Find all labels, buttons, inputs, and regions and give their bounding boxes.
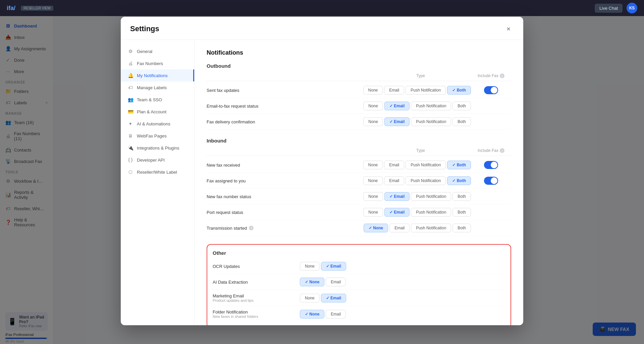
email-to-fax-push-btn[interactable]: Push Notification xyxy=(411,102,451,110)
fax-assigned-toggle-container xyxy=(471,177,511,185)
settings-nav-ai-automations[interactable]: ✦ AI & Automations xyxy=(121,118,194,130)
modal-header: Settings × xyxy=(121,17,523,40)
folder-notification-buttons: None Email xyxy=(300,310,346,319)
developer-api-icon: {} xyxy=(127,157,133,163)
transmission-started-both-btn[interactable]: Both xyxy=(452,224,471,232)
modal-close-button[interactable]: × xyxy=(503,23,514,34)
port-request-email-btn[interactable]: Email xyxy=(384,208,410,217)
fax-assigned-email-btn[interactable]: Email xyxy=(384,176,404,185)
fax-assigned-both-btn[interactable]: Both xyxy=(447,176,471,185)
inbound-section: Inbound Type Include Fax i New fax recei… xyxy=(207,138,511,236)
new-fax-number-status-buttons: None Email Push Notification Both xyxy=(363,192,471,201)
settings-nav-team-sso[interactable]: 👥 Team & SSO xyxy=(121,94,194,106)
email-to-fax-both-btn[interactable]: Both xyxy=(452,102,471,110)
outbound-section: Outbound Type Include Fax i Sent fax upd… xyxy=(207,63,511,130)
new-fax-received-push-btn[interactable]: Push Notification xyxy=(406,161,446,169)
other-row-ocr-updates: OCR Updates None Email xyxy=(213,259,505,274)
settings-nav-plan-account[interactable]: 💳 Plan & Account xyxy=(121,106,194,118)
settings-nav-manage-labels[interactable]: 🏷 Manage Labels xyxy=(121,81,194,94)
sent-fax-push-btn[interactable]: Push Notification xyxy=(406,86,446,95)
ocr-updates-none-btn[interactable]: None xyxy=(300,262,320,271)
fax-assigned-push-btn[interactable]: Push Notification xyxy=(406,176,446,185)
user-avatar[interactable]: KS xyxy=(627,3,637,13)
fax-delivery-both-btn[interactable]: Both xyxy=(452,117,471,126)
settings-nav-reseller-white[interactable]: ⬡ Reseller/White Label xyxy=(121,166,194,178)
fax-assigned-buttons: None Email Push Notification Both xyxy=(363,176,471,185)
new-fax-received-email-btn[interactable]: Email xyxy=(384,161,404,169)
marketing-email-email-btn[interactable]: Email xyxy=(321,294,346,302)
new-fax-number-none-btn[interactable]: None xyxy=(363,192,383,201)
sent-fax-email-btn[interactable]: Email xyxy=(384,86,404,95)
new-fax-received-none-btn[interactable]: None xyxy=(363,161,383,169)
port-request-push-btn[interactable]: Push Notification xyxy=(411,208,451,217)
ai-data-extraction-label: AI Data Extraction xyxy=(213,280,280,285)
live-chat-button[interactable]: Live Chat xyxy=(595,4,623,13)
settings-nav-fax-numbers[interactable]: 🖨 Fax Numbers xyxy=(121,57,194,69)
reseller-badge: RESELLER VIEW xyxy=(21,6,53,11)
fax-delivery-buttons: None Email Push Notification Both xyxy=(363,117,471,126)
notif-row-new-fax-received: New fax received None Email Push Notific… xyxy=(207,157,511,173)
include-fax-info-icon[interactable]: i xyxy=(500,73,504,78)
integrations-icon: 🔌 xyxy=(127,145,133,151)
fax-assigned-label: Fax assigned to you xyxy=(207,178,280,183)
email-to-fax-email-btn[interactable]: Email xyxy=(384,102,410,110)
ocr-updates-label: OCR Updates xyxy=(213,264,280,269)
email-to-fax-buttons: None Email Push Notification Both xyxy=(363,102,471,110)
settings-nav: ⚙ General 🖨 Fax Numbers 🔔 My Notificatio… xyxy=(121,40,195,325)
ai-data-extraction-buttons: None Email xyxy=(300,278,346,286)
port-request-both-btn[interactable]: Both xyxy=(452,208,471,217)
ocr-updates-email-btn[interactable]: Email xyxy=(321,262,346,271)
topbar-right: Live Chat KS xyxy=(595,3,637,13)
transmission-started-email-btn[interactable]: Email xyxy=(389,224,410,232)
notifications-title: Notifications xyxy=(207,49,511,56)
other-label: Other xyxy=(213,250,505,256)
new-fax-received-buttons: None Email Push Notification Both xyxy=(363,161,471,169)
transmission-started-info-icon[interactable]: i xyxy=(249,226,254,230)
fax-assigned-toggle-knob xyxy=(491,177,497,184)
port-request-none-btn[interactable]: None xyxy=(363,208,383,217)
folder-notification-email-btn[interactable]: Email xyxy=(326,310,346,319)
include-fax-info-icon-inbound[interactable]: i xyxy=(500,148,504,153)
webfax-pages-icon: 🖥 xyxy=(127,133,133,138)
other-section: Other OCR Updates None Email AI Data Ext… xyxy=(207,244,511,325)
new-fax-received-label: New fax received xyxy=(207,163,280,168)
topbar: ifa/ RESELLER VIEW Live Chat KS xyxy=(0,0,644,16)
sent-fax-toggle[interactable] xyxy=(484,86,498,94)
inbound-header: Type Include Fax i xyxy=(207,148,511,156)
email-to-fax-none-btn[interactable]: None xyxy=(363,102,383,110)
fax-numbers-settings-icon: 🖨 xyxy=(127,61,133,66)
new-fax-number-push-btn[interactable]: Push Notification xyxy=(411,192,451,201)
settings-nav-general[interactable]: ⚙ General xyxy=(121,45,194,57)
new-fax-number-email-btn[interactable]: Email xyxy=(384,192,410,201)
notif-row-email-to-fax: Email-to-fax request status None Email P… xyxy=(207,98,511,114)
settings-nav-integrations[interactable]: 🔌 Integrations & Plugins xyxy=(121,142,194,154)
ai-data-extraction-none-btn[interactable]: None xyxy=(300,278,324,286)
other-row-ai-data-extraction: AI Data Extraction None Email xyxy=(213,274,505,290)
fax-delivery-none-btn[interactable]: None xyxy=(363,117,383,126)
sent-fax-both-btn[interactable]: Both xyxy=(447,86,471,95)
topbar-logo: ifa/ xyxy=(7,5,15,12)
sent-fax-none-btn[interactable]: None xyxy=(363,86,383,95)
include-fax-label-outbound: Include Fax i xyxy=(471,73,511,78)
folder-notification-sublabel: New faxes in shared folders xyxy=(213,314,280,319)
fax-delivery-email-btn[interactable]: Email xyxy=(384,117,410,126)
marketing-email-none-btn[interactable]: None xyxy=(300,294,320,302)
new-fax-received-toggle[interactable] xyxy=(484,161,498,169)
settings-nav-developer-api[interactable]: {} Developer API xyxy=(121,154,194,166)
fax-assigned-toggle[interactable] xyxy=(484,177,498,185)
settings-nav-my-notifications[interactable]: 🔔 My Notifications xyxy=(121,69,194,81)
transmission-started-push-btn[interactable]: Push Notification xyxy=(411,224,451,232)
other-row-marketing-email: Marketing Email Product updates and tips… xyxy=(213,290,505,306)
new-fax-received-both-btn[interactable]: Both xyxy=(447,161,471,169)
transmission-started-none-btn[interactable]: None xyxy=(364,224,388,232)
sent-fax-buttons: None Email Push Notification Both xyxy=(363,86,471,95)
folder-notification-none-btn[interactable]: None xyxy=(300,310,324,319)
type-label: Type xyxy=(370,73,471,78)
new-fax-number-both-btn[interactable]: Both xyxy=(452,192,471,201)
ai-data-extraction-email-btn[interactable]: Email xyxy=(326,278,346,286)
marketing-email-sublabel: Product updates and tips xyxy=(213,298,280,302)
settings-nav-webfax-pages[interactable]: 🖥 WebFax Pages xyxy=(121,130,194,142)
fax-assigned-none-btn[interactable]: None xyxy=(363,176,383,185)
fax-delivery-push-btn[interactable]: Push Notification xyxy=(411,117,451,126)
transmission-started-label: Transmission started i xyxy=(207,226,280,231)
